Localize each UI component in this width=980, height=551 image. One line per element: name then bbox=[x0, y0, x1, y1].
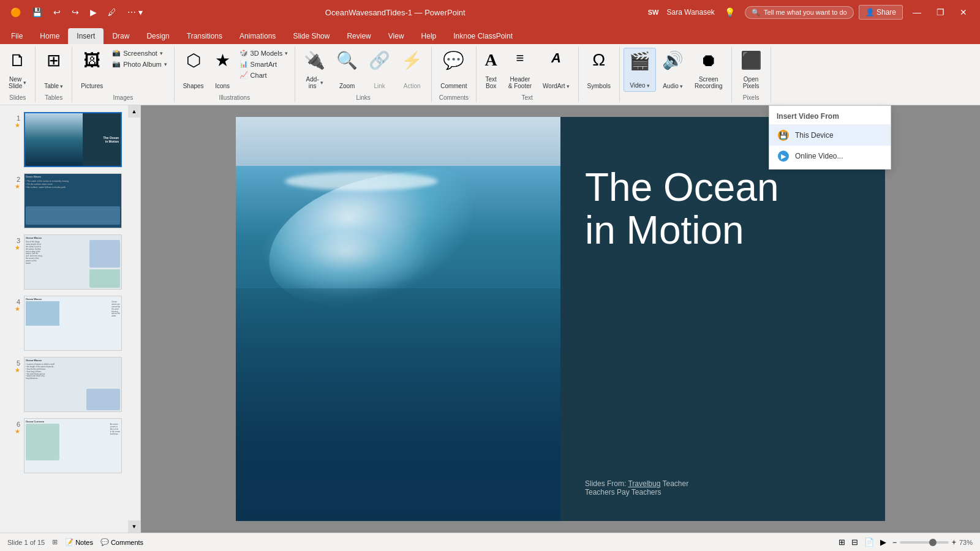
slide-item-3[interactable]: 3 ★ Ocean Waves One of the thingsmany pe… bbox=[5, 233, 135, 291]
maximize-button[interactable]: ❐ bbox=[931, 4, 949, 21]
status-left: Slide 1 of 15 ⊞ 📝 Notes 💬 Comments bbox=[7, 538, 143, 546]
3d-models-button[interactable]: 🎲 3D Models ▾ bbox=[236, 48, 292, 58]
tab-review[interactable]: Review bbox=[338, 28, 379, 44]
notes-button[interactable]: 📝 Notes bbox=[65, 538, 93, 546]
screen-recording-label: ScreenRecording bbox=[695, 76, 723, 89]
undo-button[interactable]: ↩ bbox=[50, 6, 64, 18]
tell-me-bar[interactable]: 🔍 Tell me what you want to do bbox=[745, 6, 854, 19]
text-box-icon: A bbox=[485, 50, 497, 70]
app-icon[interactable]: 🟠 bbox=[7, 6, 24, 18]
tab-inknoe[interactable]: Inknoe ClassPoint bbox=[445, 28, 521, 44]
table-label: Table bbox=[44, 83, 59, 89]
slide-thumb-5[interactable]: Ocean Waves • a series of waves is calle… bbox=[24, 357, 122, 412]
comments-button[interactable]: 💬 Comments bbox=[100, 538, 143, 546]
header-footer-button[interactable]: ≡ Header& Footer bbox=[503, 48, 537, 92]
tab-file[interactable]: File bbox=[2, 28, 31, 44]
zoom-out-button[interactable]: − bbox=[892, 538, 897, 547]
reading-view-button[interactable]: 📄 bbox=[864, 538, 874, 547]
slide-thumb-4[interactable]: Ocean Waves Oceanwaves arecaused bythe w… bbox=[24, 296, 122, 351]
header-footer-icon: ≡ bbox=[516, 50, 524, 66]
status-bar: Slide 1 of 15 ⊞ 📝 Notes 💬 Comments ⊞ ⊟ 📄… bbox=[0, 533, 980, 551]
shapes-label: Shapes bbox=[183, 83, 204, 89]
screenshot-button[interactable]: 📸 Screenshot ▾ bbox=[109, 48, 170, 58]
save-button[interactable]: 💾 bbox=[29, 6, 45, 18]
slide-credit: Slides From: Travelbug TeacherTeachers P… bbox=[585, 479, 861, 497]
table-button[interactable]: ⊞ Table ▾ bbox=[39, 48, 68, 92]
screen-recording-button[interactable]: ⏺ ScreenRecording bbox=[690, 48, 728, 92]
scroll-down-button[interactable]: ▼ bbox=[128, 520, 140, 533]
zoom-slider[interactable] bbox=[900, 541, 949, 544]
ribbon-group-comments: 💬 Comment Comments bbox=[432, 47, 476, 102]
tab-home[interactable]: Home bbox=[31, 28, 68, 44]
add-ins-button[interactable]: 🔌 Add-ins ▾ bbox=[299, 48, 330, 92]
status-right: ⊞ ⊟ 📄 ▶ − + 73% bbox=[839, 538, 973, 547]
inknoe-button[interactable]: 🖊 bbox=[105, 6, 119, 18]
slide-item-4[interactable]: 4 ★ Ocean Waves Oceanwaves arecaused byt… bbox=[5, 294, 135, 353]
close-button[interactable]: ✕ bbox=[954, 4, 973, 21]
tab-transitions[interactable]: Transitions bbox=[178, 28, 231, 44]
slide-thumb-6[interactable]: Ocean Currents An oceancurrent islike a … bbox=[24, 418, 122, 473]
more-qat[interactable]: ⋯ ▾ bbox=[124, 6, 146, 18]
wordart-button[interactable]: A WordArt ▾ bbox=[538, 48, 575, 92]
slideshow-view-button[interactable]: ▶ bbox=[880, 538, 886, 547]
normal-view-button[interactable]: ⊞ bbox=[839, 538, 845, 547]
slide-star-2: ★ bbox=[15, 183, 20, 190]
online-video-item[interactable]: ▶ Online Video... bbox=[769, 146, 891, 167]
symbols-button[interactable]: Ω Symbols bbox=[582, 48, 616, 92]
slide-panel[interactable]: ▲ 1 ★ The Oceanin Motion 2 ★ bbox=[0, 105, 141, 533]
comments-group-label: Comments bbox=[435, 93, 472, 101]
text-box-button[interactable]: A TextBox bbox=[480, 48, 502, 92]
tell-me-btn[interactable]: 💡 bbox=[720, 5, 740, 20]
zoom-button[interactable]: 🔍 Zoom bbox=[331, 48, 363, 92]
tab-design[interactable]: Design bbox=[138, 28, 178, 44]
tab-insert[interactable]: Insert bbox=[68, 28, 104, 44]
link-button[interactable]: 🔗 Link bbox=[364, 48, 395, 92]
wordart-label: WordArt bbox=[543, 83, 565, 89]
tab-help[interactable]: Help bbox=[413, 28, 445, 44]
open-pixels-icon: ⬛ bbox=[741, 50, 762, 70]
tab-slideshow[interactable]: Slide Show bbox=[284, 28, 338, 44]
comments-icon: 💬 bbox=[100, 538, 109, 546]
pictures-button[interactable]: 🖼 Pictures bbox=[76, 48, 108, 92]
ribbon-group-media: 🎬 Video ▾ 🔊 Audio ▾ ⏺ ScreenRecording bbox=[620, 47, 732, 102]
new-slide-button[interactable]: 🗋 NewSlide ▾ bbox=[4, 48, 31, 92]
smartart-button[interactable]: 📊 SmartArt bbox=[236, 59, 292, 69]
action-label: Action bbox=[404, 83, 421, 89]
slide-thumb-1[interactable]: The Oceanin Motion bbox=[24, 112, 122, 167]
slide-item-6[interactable]: 6 ★ Ocean Currents An oceancurrent islik… bbox=[5, 416, 135, 475]
icons-button[interactable]: ★ Icons bbox=[210, 48, 235, 92]
share-button[interactable]: 👤 Share bbox=[859, 5, 903, 20]
user-name: Sara Wanasek bbox=[667, 8, 715, 17]
chart-button[interactable]: 📈 Chart bbox=[236, 70, 292, 80]
online-video-icon: ▶ bbox=[778, 151, 789, 162]
tab-animations[interactable]: Animations bbox=[231, 28, 284, 44]
open-pixels-button[interactable]: ⬛ OpenPixels bbox=[736, 48, 767, 92]
slide-item-1[interactable]: 1 ★ The Oceanin Motion bbox=[5, 110, 135, 169]
zoom-label: Zoom bbox=[339, 83, 355, 89]
action-button[interactable]: ⚡ Action bbox=[396, 48, 428, 92]
ribbon-group-links: 🔌 Add-ins ▾ 🔍 Zoom 🔗 Link ⚡ Action Links bbox=[295, 47, 432, 102]
photo-album-button[interactable]: 📷 Photo Album ▾ bbox=[109, 59, 170, 69]
slide-thumb-3[interactable]: Ocean Waves One of the thingsmany people… bbox=[24, 234, 122, 290]
comment-button[interactable]: 💬 Comment bbox=[435, 48, 472, 92]
slide-sorter-button[interactable]: ⊟ bbox=[851, 538, 858, 547]
redo-button[interactable]: ↪ bbox=[69, 6, 82, 18]
user-avatar: SW bbox=[645, 4, 662, 21]
slide-item-5[interactable]: 5 ★ Ocean Waves • a series of waves is c… bbox=[5, 355, 135, 414]
tab-draw[interactable]: Draw bbox=[104, 28, 138, 44]
symbols-label: Symbols bbox=[587, 83, 611, 89]
screen-recording-icon: ⏺ bbox=[700, 50, 717, 70]
shapes-button[interactable]: ⬡ Shapes bbox=[178, 48, 209, 92]
start-button[interactable]: ▶ bbox=[87, 6, 100, 18]
comment-label: Comment bbox=[440, 83, 467, 89]
slide-thumb-2[interactable]: Ocean Waves • The water in the ocean is … bbox=[24, 173, 122, 228]
this-device-item[interactable]: 💾 This Device bbox=[769, 125, 891, 146]
slide-item-2[interactable]: 2 ★ Ocean Waves • The water in the ocean… bbox=[5, 171, 135, 230]
video-button[interactable]: 🎬 Video ▾ bbox=[624, 48, 656, 92]
minimize-button[interactable]: — bbox=[908, 4, 926, 21]
audio-button[interactable]: 🔊 Audio ▾ bbox=[657, 48, 688, 92]
zoom-in-button[interactable]: + bbox=[952, 538, 956, 547]
slide-star-6: ★ bbox=[15, 428, 20, 435]
tab-view[interactable]: View bbox=[380, 28, 413, 44]
scroll-up-button[interactable]: ▲ bbox=[128, 105, 140, 118]
